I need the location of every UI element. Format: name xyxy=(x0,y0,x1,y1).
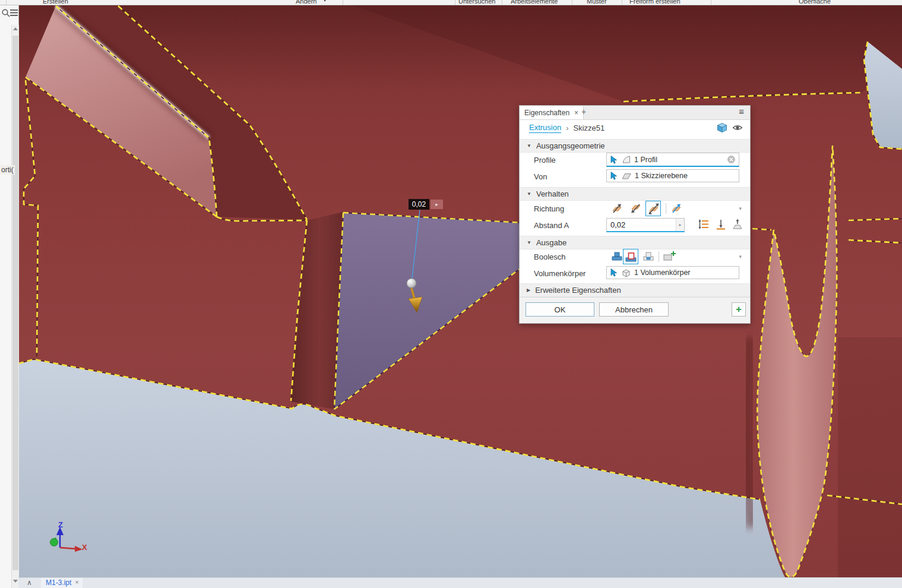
profile-glyph-icon xyxy=(621,154,631,165)
abstand-input[interactable]: 0,02 ▸ xyxy=(606,218,685,232)
browser-rail: orti( xyxy=(0,5,19,588)
ribbon-divider xyxy=(343,0,343,5)
boolean-new-solid-icon[interactable] xyxy=(662,249,676,264)
ribbon-group-aendern[interactable]: Ändern xyxy=(296,0,317,5)
abstand-value: 0,02 xyxy=(607,219,676,231)
document-tab-close-icon[interactable]: × xyxy=(75,578,78,586)
panel-tab-bar: Eigenschaften × + ≡ xyxy=(520,106,750,120)
menu-icon[interactable] xyxy=(10,10,18,17)
row-abstand: Abstand A 0,02 ▸ xyxy=(520,217,750,233)
dimension-value[interactable]: 0,02 xyxy=(409,199,429,210)
direction-asymmetric-icon[interactable] xyxy=(669,201,683,216)
breadcrumb-sketch[interactable]: Skizze51 xyxy=(574,124,605,132)
section-caret-icon[interactable]: ▼ xyxy=(527,143,531,148)
von-label: Von xyxy=(534,172,547,181)
dimension-expander-icon[interactable]: ▸ xyxy=(431,200,443,209)
ribbon-group-untersuchen[interactable]: Untersuchen xyxy=(458,0,495,5)
ribbon-group-muster[interactable]: Muster xyxy=(587,0,607,5)
boolesch-label: Boolesch xyxy=(534,252,565,261)
breadcrumb-feature-link[interactable]: Extrusion xyxy=(529,123,561,133)
abstand-label: Abstand A xyxy=(534,221,569,230)
direction-default-icon[interactable] xyxy=(610,201,624,216)
search-icon[interactable] xyxy=(1,8,11,18)
direction-symmetric-icon[interactable] xyxy=(645,201,661,216)
manipulator-sphere[interactable] xyxy=(407,279,416,288)
extent-distance-icon[interactable] xyxy=(698,218,712,232)
row-richtung: Richtung ▾ xyxy=(520,200,750,217)
select-cursor-icon xyxy=(609,155,618,165)
boolesch-dropdown-icon[interactable]: ▾ xyxy=(739,254,742,260)
add-feature-button[interactable]: + xyxy=(732,302,746,317)
ribbon-strip: Erstellen Ändern ▾ Untersuchen Arbeitsel… xyxy=(0,0,902,5)
section-ausgabe[interactable]: ▼ Ausgabe xyxy=(520,236,750,249)
abstand-expander-icon[interactable]: ▸ xyxy=(676,219,684,231)
axis-label-x: X xyxy=(82,543,87,552)
eigenschaften-panel: Eigenschaften × + ≡ Extrusion › Skizze51… xyxy=(519,105,751,324)
breadcrumb-separator: › xyxy=(566,124,568,132)
clipped-browser-text: orti( xyxy=(0,165,15,175)
aendern-caret-icon[interactable]: ▾ xyxy=(324,0,326,3)
ok-button[interactable]: OK xyxy=(526,302,594,317)
ribbon-divider xyxy=(6,0,7,5)
panel-close-icon[interactable]: × xyxy=(574,109,578,117)
scrollbar-thumb[interactable] xyxy=(12,36,18,570)
ribbon-divider xyxy=(711,0,711,5)
document-tab[interactable]: M1-3.ipt × xyxy=(41,578,83,588)
panel-add-tab-icon[interactable]: + xyxy=(581,107,586,116)
solid-cube-icon[interactable] xyxy=(717,122,727,133)
row-volumenkoerper: Volumenkörper 1 Volumenkörper xyxy=(520,265,750,281)
ribbon-divider xyxy=(455,0,455,5)
icon-divider xyxy=(666,203,666,214)
boolean-intersect-icon[interactable] xyxy=(642,249,656,264)
section-caret-icon[interactable]: ▼ xyxy=(527,191,531,197)
visibility-eye-icon[interactable] xyxy=(732,122,743,133)
clear-selection-icon[interactable] xyxy=(727,155,736,164)
scrollbar[interactable] xyxy=(11,25,19,588)
richtung-dropdown-icon[interactable]: ▾ xyxy=(739,206,742,211)
panel-menu-icon[interactable]: ≡ xyxy=(739,106,744,116)
section-verhalten[interactable]: ▼ Verhalten xyxy=(520,187,750,201)
ribbon-group-oberflaeche[interactable]: Oberfläche xyxy=(799,0,831,5)
panel-breadcrumb: Extrusion › Skizze51 xyxy=(520,119,750,136)
von-value: 1 Skizzierebene xyxy=(635,172,688,180)
select-cursor-icon xyxy=(609,268,618,277)
direction-flipped-icon[interactable] xyxy=(629,201,643,216)
scrollbar-up-icon[interactable] xyxy=(13,27,18,30)
extent-to-icon[interactable] xyxy=(714,218,729,232)
extent-to-next-icon[interactable] xyxy=(731,218,745,232)
ribbon-group-erstellen[interactable]: Erstellen xyxy=(43,0,68,5)
document-tab-bar: ∧ M1-3.ipt × xyxy=(18,577,902,588)
document-tab-label: M1-3.ipt xyxy=(46,578,71,587)
dimension-mini-input[interactable]: 0,02 ▸ xyxy=(409,199,443,210)
ribbon-divider xyxy=(572,0,572,5)
section-ausgangsgeometrie[interactable]: ▼ Ausgangsgeometrie xyxy=(520,139,750,153)
section-caret-icon[interactable]: ▶ xyxy=(527,287,530,293)
panel-tab-label: Eigenschaften xyxy=(524,109,569,117)
ribbon-group-arbeitselemente[interactable]: Arbeitselemente xyxy=(511,0,558,5)
sketch-plane-glyph-icon xyxy=(621,171,632,181)
scrollbar-down-icon[interactable] xyxy=(13,580,18,583)
row-von: Von 1 Skizzierebene xyxy=(520,168,750,185)
ribbon-group-freiform[interactable]: Freiform erstellen xyxy=(629,0,681,5)
panel-tab-eigenschaften[interactable]: Eigenschaften × xyxy=(520,106,584,119)
viewport-3d[interactable] xyxy=(18,5,902,577)
section-title: Ausgangsgeometrie xyxy=(536,141,605,150)
profile-field[interactable]: 1 Profil xyxy=(606,153,739,167)
section-erweiterte-eigenschaften[interactable]: ▶ Erweiterte Eigenschaften xyxy=(520,283,750,297)
section-title: Verhalten xyxy=(536,189,569,198)
row-profile: Profile 1 Profil xyxy=(520,151,750,168)
solid-body-glyph-icon xyxy=(621,268,631,278)
section-caret-icon[interactable]: ▼ xyxy=(527,240,531,245)
ribbon-divider xyxy=(502,0,502,5)
home-icon[interactable]: ∧ xyxy=(27,578,32,587)
volumen-field[interactable]: 1 Volumenkörper xyxy=(606,266,739,279)
cancel-button[interactable]: Abbrechen xyxy=(599,302,669,317)
section-title: Erweiterte Eigenschaften xyxy=(535,286,621,295)
profile-label: Profile xyxy=(534,156,556,165)
section-title: Ausgabe xyxy=(536,238,566,247)
profile-value: 1 Profil xyxy=(634,156,657,164)
von-field[interactable]: 1 Skizzierebene xyxy=(606,169,739,182)
row-boolesch: Boolesch ▾ xyxy=(520,248,750,265)
volumen-value: 1 Volumenkörper xyxy=(634,268,691,277)
boolean-cut-icon[interactable] xyxy=(623,249,638,264)
